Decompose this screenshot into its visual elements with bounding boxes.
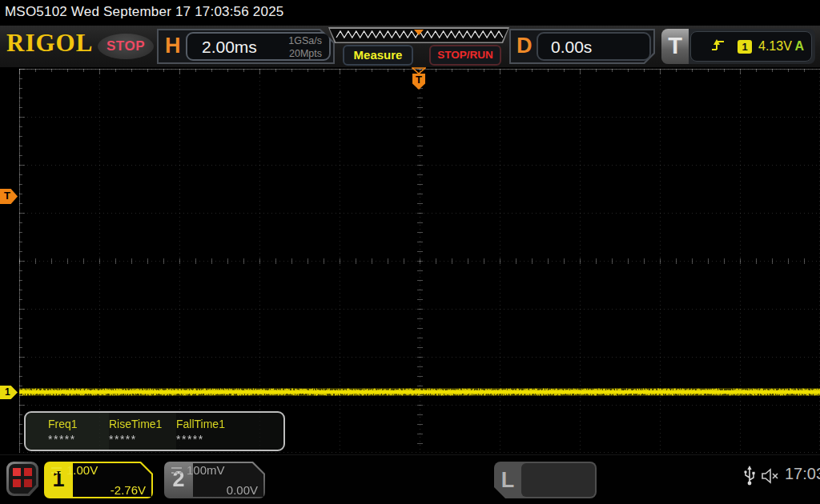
- measurement-value: *****: [176, 433, 225, 446]
- oscilloscope-screen: MSO5102 Wed September 17 17:03:56 2025 R…: [0, 0, 820, 504]
- usb-icon: [743, 465, 756, 487]
- measurement-results-box[interactable]: Freq1 ***** RiseTime1 ***** FallTime1 **…: [24, 411, 285, 451]
- trigger-panel[interactable]: T 1 4.13V A: [661, 29, 815, 64]
- measurement-item[interactable]: Freq1 *****: [26, 413, 109, 450]
- red-square-icon: [13, 479, 21, 487]
- logic-row1: 0 1 2 3 4 5 6 7: [521, 496, 595, 504]
- trigger-source-badge: 1: [738, 40, 752, 54]
- measurement-value: *****: [48, 433, 109, 446]
- trigger-level-marker[interactable]: T: [0, 189, 18, 204]
- stop-run-button[interactable]: STOP/RUN: [429, 45, 501, 66]
- measure-button[interactable]: Measure: [343, 45, 413, 66]
- graticule-area[interactable]: T T 1 Freq1 ***** RiseTime1 ***** FallTi…: [0, 67, 820, 456]
- sample-rate: 1GSa/s: [288, 35, 322, 48]
- trigger-label: T: [661, 29, 689, 64]
- channel2-scale: 100mV: [187, 463, 225, 477]
- clock: 17:03: [785, 465, 820, 483]
- title-bar: MSO5102 Wed September 17 17:03:56 2025: [0, 0, 820, 26]
- measurement-value: *****: [109, 433, 176, 446]
- red-square-icon: [24, 468, 32, 476]
- channel2-offset: 0.00V: [227, 483, 258, 497]
- red-square-icon: [13, 468, 21, 476]
- channel1-offset: -2.76V: [111, 483, 146, 497]
- measurement-label: RiseTime1: [109, 418, 176, 430]
- trigger-position-triangle-icon: [412, 67, 426, 74]
- channel1-scale-line: 1.00V: [50, 463, 98, 477]
- speaker-mute-icon[interactable]: [761, 467, 780, 485]
- trigger-level-value: 4.13V: [758, 39, 792, 54]
- rising-edge-icon: [711, 39, 726, 52]
- trigger-position-marker[interactable]: T: [412, 67, 426, 91]
- logic-label: L: [494, 462, 521, 498]
- delay-panel[interactable]: D 0.00s: [509, 29, 655, 64]
- measurement-label: Freq1: [48, 418, 109, 430]
- delay-label: D: [517, 34, 533, 58]
- channel-menu-icon[interactable]: [6, 462, 38, 496]
- timebase-value: 2.00ms: [202, 38, 257, 57]
- delay-inner: 0.00s: [537, 32, 651, 61]
- acquisition-info: 1GSa/s 20Mpts: [288, 35, 322, 60]
- horizontal-label: H: [165, 34, 181, 58]
- run-state-badge: STOP: [98, 34, 154, 59]
- memory-depth: 20Mpts: [288, 48, 322, 61]
- bottom-status-bar: 1 1.00V -2.76V 2 100mV 0.00V: [0, 454, 820, 504]
- channel2-scale-line: 100mV: [171, 463, 225, 477]
- logic-channel-numbers: 0 1 2 3 4 5 6 7 8 9 1011 12131415: [521, 463, 595, 497]
- waveform-overview-strip[interactable]: [328, 27, 509, 43]
- trigger-position-flag: T: [412, 74, 425, 90]
- trigger-inner: 1 4.13V A: [690, 31, 812, 62]
- red-square-icon: [24, 479, 32, 487]
- waveform-canvas[interactable]: [19, 69, 820, 453]
- measurement-item[interactable]: FallTime1 *****: [176, 413, 225, 450]
- delay-value: 0.00s: [551, 38, 592, 57]
- channel1-status[interactable]: 1 1.00V -2.76V: [44, 462, 153, 498]
- overview-trigger-marker-icon: [414, 30, 424, 35]
- channel1-ground-marker[interactable]: 1: [0, 386, 18, 399]
- dc-coupling-icon: [50, 466, 62, 474]
- header-bar: RIGOL STOP H 2.00ms 1GSa/s 20Mpts Measur…: [0, 26, 820, 67]
- channel2-status[interactable]: 2 100mV 0.00V: [164, 462, 265, 498]
- model-and-datetime: MSO5102 Wed September 17 17:03:56 2025: [5, 4, 283, 20]
- logic-channels-status[interactable]: L 0 1 2 3 4 5 6 7 8 9 1011 12131415: [494, 462, 597, 498]
- channel1-scale: 1.00V: [66, 463, 98, 477]
- horizontal-inner: 2.00ms 1GSa/s 20Mpts: [186, 32, 331, 61]
- rigol-logo: RIGOL: [6, 29, 93, 58]
- dc-coupling-icon: [171, 466, 183, 474]
- overview-waveform-icon: [335, 28, 503, 42]
- horizontal-panel[interactable]: H 2.00ms 1GSa/s 20Mpts: [157, 29, 335, 64]
- measurement-item[interactable]: RiseTime1 *****: [109, 413, 176, 450]
- measurement-label: FallTime1: [176, 418, 225, 430]
- trigger-sweep-mode: A: [794, 39, 804, 54]
